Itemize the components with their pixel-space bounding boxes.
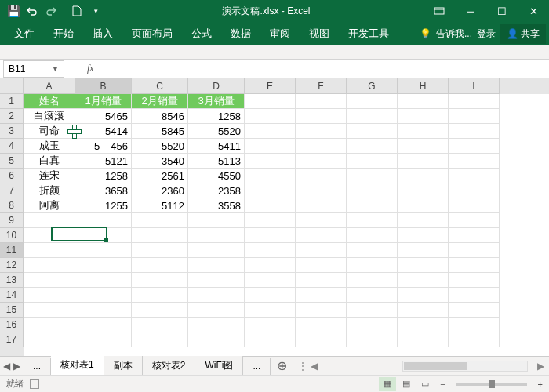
view-page-break-icon[interactable]: ▭ [416, 377, 434, 391]
cell-D2[interactable]: 1258 [188, 109, 245, 124]
cell-G3[interactable] [347, 124, 398, 139]
cell-A4[interactable]: 成玉 [24, 139, 75, 154]
cell-E2[interactable] [245, 109, 296, 124]
cell-H13[interactable] [398, 273, 449, 288]
zoom-slider[interactable] [456, 383, 527, 386]
cell-B10[interactable] [75, 228, 132, 243]
row-header-11[interactable]: 11 [0, 243, 24, 258]
cell-F4[interactable] [296, 139, 347, 154]
tab-formulas[interactable]: 公式 [182, 22, 221, 45]
cell-H16[interactable] [398, 318, 449, 332]
cell-F9[interactable] [296, 213, 347, 228]
cell-C8[interactable]: 5112 [132, 198, 188, 213]
cell-D14[interactable] [188, 288, 245, 303]
row-header-10[interactable]: 10 [0, 228, 24, 243]
cell-C1[interactable]: 2月销量 [132, 94, 188, 109]
cell-I8[interactable] [449, 198, 500, 213]
name-box-dropdown-icon[interactable]: ▼ [52, 65, 59, 73]
view-page-layout-icon[interactable]: ▤ [398, 377, 415, 391]
cell-I12[interactable] [449, 258, 500, 273]
cell-D15[interactable] [188, 303, 245, 318]
col-header-E[interactable]: E [245, 78, 296, 94]
cell-H8[interactable] [398, 198, 449, 213]
cell-I1[interactable] [449, 94, 500, 109]
cell-F16[interactable] [296, 318, 347, 332]
formula-bar[interactable] [99, 60, 549, 78]
grid[interactable]: 姓名1月销量2月销量3月销量白滚滚546585461258司命541458455… [24, 94, 549, 356]
cell-H14[interactable] [398, 288, 449, 303]
cell-G8[interactable] [347, 198, 398, 213]
cell-E14[interactable] [245, 288, 296, 303]
cell-F15[interactable] [296, 303, 347, 318]
cell-D7[interactable]: 2358 [188, 183, 245, 198]
cell-E10[interactable] [245, 228, 296, 243]
cell-F17[interactable] [296, 332, 347, 347]
row-header-12[interactable]: 12 [0, 258, 24, 273]
cell-E6[interactable] [245, 169, 296, 183]
cell-B17[interactable] [75, 332, 132, 347]
cell-E15[interactable] [245, 303, 296, 318]
row-header-16[interactable]: 16 [0, 318, 24, 332]
cell-G12[interactable] [347, 258, 398, 273]
view-normal-icon[interactable]: ▦ [379, 377, 396, 391]
col-header-H[interactable]: H [398, 78, 449, 94]
close-icon[interactable]: ✕ [518, 0, 549, 22]
cell-B9[interactable] [75, 213, 132, 228]
cell-B12[interactable] [75, 258, 132, 273]
tab-data[interactable]: 数据 [221, 22, 260, 45]
cell-I9[interactable] [449, 213, 500, 228]
row-header-7[interactable]: 7 [0, 183, 24, 198]
sheet-tab-2[interactable]: 核对表2 [143, 356, 196, 376]
col-header-C[interactable]: C [132, 78, 188, 94]
cell-I10[interactable] [449, 228, 500, 243]
cell-D8[interactable]: 3558 [188, 198, 245, 213]
cell-G11[interactable] [347, 243, 398, 258]
cell-B13[interactable] [75, 273, 132, 288]
horizontal-scrollbar[interactable] [402, 361, 528, 372]
save-icon[interactable]: 💾 [5, 2, 22, 20]
cell-A9[interactable] [24, 213, 75, 228]
cell-G6[interactable] [347, 169, 398, 183]
zoom-out-icon[interactable]: − [440, 379, 445, 389]
maximize-icon[interactable]: ☐ [486, 0, 518, 22]
cell-C2[interactable]: 8546 [132, 109, 188, 124]
cell-A7[interactable]: 折颜 [24, 183, 75, 198]
cell-G5[interactable] [347, 154, 398, 169]
col-header-B[interactable]: B [75, 78, 132, 94]
cell-G10[interactable] [347, 228, 398, 243]
row-header-17[interactable]: 17 [0, 332, 24, 347]
row-header-8[interactable]: 8 [0, 198, 24, 213]
sheet-nav-prev-icon[interactable]: ◀ [3, 361, 10, 372]
cell-F7[interactable] [296, 183, 347, 198]
cell-A10[interactable] [24, 228, 75, 243]
cell-H3[interactable] [398, 124, 449, 139]
cell-B1[interactable]: 1月销量 [75, 94, 132, 109]
cell-I5[interactable] [449, 154, 500, 169]
row-header-9[interactable]: 9 [0, 213, 24, 228]
select-all-corner[interactable] [0, 78, 24, 94]
cell-H10[interactable] [398, 228, 449, 243]
cell-B6[interactable]: 1258 [75, 169, 132, 183]
tab-home[interactable]: 开始 [44, 22, 83, 45]
cell-C11[interactable] [132, 243, 188, 258]
cell-E4[interactable] [245, 139, 296, 154]
cell-H15[interactable] [398, 303, 449, 318]
tab-view[interactable]: 视图 [300, 22, 339, 45]
sheet-tab-0[interactable]: 核对表1 [51, 355, 104, 376]
cell-G17[interactable] [347, 332, 398, 347]
cell-F11[interactable] [296, 243, 347, 258]
cell-A3[interactable]: 司命 [24, 124, 75, 139]
cell-E1[interactable] [245, 94, 296, 109]
cell-E16[interactable] [245, 318, 296, 332]
cell-H2[interactable] [398, 109, 449, 124]
cell-A13[interactable] [24, 273, 75, 288]
col-header-A[interactable]: A [24, 78, 75, 94]
login-link[interactable]: 登录 [477, 27, 496, 41]
cell-F6[interactable] [296, 169, 347, 183]
cell-D9[interactable] [188, 213, 245, 228]
cell-G7[interactable] [347, 183, 398, 198]
cell-D16[interactable] [188, 318, 245, 332]
cell-I11[interactable] [449, 243, 500, 258]
name-box[interactable]: B11 ▼ [3, 60, 64, 78]
cell-F13[interactable] [296, 273, 347, 288]
